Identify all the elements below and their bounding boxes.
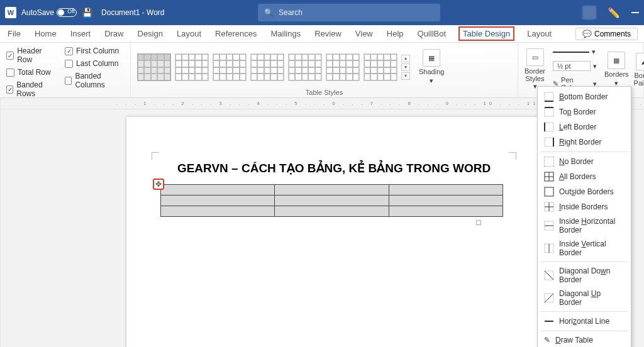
comment-icon: 💬 (582, 30, 592, 38)
table-style-thumb[interactable] (175, 53, 209, 81)
borders-button[interactable]: ▦ Borders▾ (604, 52, 629, 87)
svg-rect-2 (545, 107, 553, 116)
margin-corner-icon (509, 152, 516, 160)
tab-home[interactable]: Home (33, 26, 58, 41)
search-icon: 🔍 (264, 8, 274, 17)
border-painter-icon: 🖌 (636, 53, 644, 70)
line-weight-dropdown[interactable]: ½ pt ▾ (550, 60, 599, 72)
coming-soon-icon[interactable]: ✏️ (608, 7, 620, 19)
tab-review[interactable]: Review (313, 26, 343, 41)
menu-inside-v-border[interactable]: Inside Vertical Border (538, 237, 631, 260)
svg-line-22 (545, 294, 553, 302)
table-move-handle[interactable]: ✥ (153, 179, 164, 190)
chk-banded-rows[interactable]: ✓Banded Rows (6, 80, 56, 98)
menu-outside-borders[interactable]: Outside Borders (538, 184, 631, 199)
draw-table-icon: ✎ (544, 336, 550, 344)
menu-draw-table[interactable]: ✎Draw Table (538, 333, 631, 347)
tab-file[interactable]: File (6, 26, 22, 41)
ribbon-tabs: File Home Insert Draw Design Layout Refe… (0, 25, 644, 43)
tab-quillbot[interactable]: QuillBot (416, 26, 448, 41)
table-style-thumb[interactable] (288, 53, 322, 81)
autosave-control[interactable]: AutoSave Off (21, 8, 77, 17)
borders-dropdown-menu: BBottom Borderottom Border Top Border Le… (537, 86, 631, 347)
tab-layout-2[interactable]: Layout (526, 26, 553, 41)
user-avatar[interactable] (582, 6, 596, 19)
tab-mailings[interactable]: Mailings (270, 26, 303, 41)
menu-bottom-border[interactable]: BBottom Borderottom Border (538, 89, 631, 104)
save-icon[interactable]: 💾 (82, 8, 92, 18)
menu-diagonal-up[interactable]: Diagonal Up Border (538, 287, 631, 309)
chk-last-column[interactable]: Last Column (65, 59, 124, 68)
top-border-icon (544, 107, 554, 117)
gallery-scroll[interactable]: ▴▾▾ (401, 55, 410, 80)
menu-inside-h-border[interactable]: Inside Horizontal Border (538, 214, 631, 237)
minimize-icon[interactable] (631, 12, 639, 13)
border-painter-button[interactable]: 🖌 BorderPainter (634, 53, 644, 87)
tab-layout[interactable]: Layout (175, 26, 203, 41)
inside-h-border-icon (544, 221, 554, 231)
shading-button[interactable]: ▦ Shading▾ (419, 49, 444, 85)
svg-rect-11 (545, 187, 553, 196)
autosave-label: AutoSave (21, 8, 54, 17)
chk-header-row[interactable]: ✓Header Row (6, 47, 56, 64)
margin-corner-icon (152, 152, 159, 160)
menu-diagonal-down[interactable]: Diagonal Down Border (538, 264, 631, 287)
svg-rect-0 (545, 92, 553, 101)
table-resize-handle[interactable] (476, 220, 481, 225)
tab-references[interactable]: References (214, 26, 258, 41)
no-border-icon (544, 157, 554, 167)
tab-help[interactable]: Help (386, 26, 405, 41)
table-style-thumb[interactable] (364, 53, 397, 81)
all-borders-icon (544, 172, 554, 182)
diag-down-icon (544, 270, 554, 280)
menu-right-border[interactable]: Right Border (538, 135, 631, 150)
inserted-table[interactable] (160, 184, 503, 217)
group-label-table-styles: Table Styles (137, 87, 511, 96)
menu-no-border[interactable]: No Border (538, 154, 631, 169)
chk-total-row[interactable]: Total Row (6, 68, 56, 77)
left-border-icon (544, 122, 554, 132)
diag-up-icon (544, 293, 554, 303)
title-bar: W AutoSave Off 💾 Document1 - Word 🔍 Sear… (0, 0, 644, 25)
menu-inside-borders[interactable]: Inside Borders (538, 199, 631, 214)
comments-button[interactable]: 💬 Comments (575, 28, 638, 40)
outside-borders-icon (544, 187, 554, 197)
table-styles-gallery[interactable]: ▴▾▾ (137, 53, 410, 81)
autosave-toggle[interactable]: Off (57, 8, 77, 17)
inside-borders-icon (544, 202, 554, 212)
chk-banded-columns[interactable]: Banded Columns (65, 72, 124, 89)
word-app-icon: W (5, 7, 16, 18)
tab-insert[interactable]: Insert (69, 26, 92, 41)
borders-icon: ▦ (608, 52, 625, 69)
svg-line-20 (545, 271, 553, 280)
border-styles-icon: ▭ (526, 48, 544, 66)
shading-icon: ▦ (423, 49, 440, 67)
menu-horizontal-line[interactable]: Horizontal Line (538, 314, 631, 329)
document-title: Document1 - Word (101, 8, 164, 17)
tab-design[interactable]: Design (136, 26, 164, 41)
svg-rect-4 (545, 123, 553, 131)
table-style-thumb[interactable] (213, 53, 247, 81)
right-border-icon (544, 137, 554, 147)
table-style-thumb[interactable] (250, 53, 284, 81)
search-placeholder: Search (279, 8, 303, 17)
svg-rect-6 (545, 138, 553, 146)
chk-first-column[interactable]: ✓First Column (65, 47, 124, 55)
menu-all-borders[interactable]: All Borders (538, 169, 631, 184)
table-style-thumb[interactable] (137, 53, 171, 81)
menu-left-border[interactable]: Left Border (538, 119, 631, 135)
search-bar[interactable]: 🔍 Search (258, 4, 440, 21)
inside-v-border-icon (544, 243, 554, 253)
line-style-dropdown[interactable]: ▾ (550, 47, 599, 57)
bottom-border-icon (544, 92, 554, 102)
border-styles-button[interactable]: ▭ BorderStyles ▾ (525, 48, 545, 91)
tab-view[interactable]: View (354, 26, 374, 41)
hline-icon (544, 316, 554, 326)
tab-draw[interactable]: Draw (103, 26, 125, 41)
table-style-thumb[interactable] (326, 53, 360, 81)
tab-table-design[interactable]: Table Design (458, 26, 514, 41)
page[interactable]: GEARVN – CÁCH TẠO BẢNG, KẺ BẢNG TRONG WO… (126, 117, 541, 347)
document-heading: GEARVN – CÁCH TẠO BẢNG, KẺ BẢNG TRONG WO… (158, 161, 510, 175)
menu-top-border[interactable]: Top Border (538, 104, 631, 119)
